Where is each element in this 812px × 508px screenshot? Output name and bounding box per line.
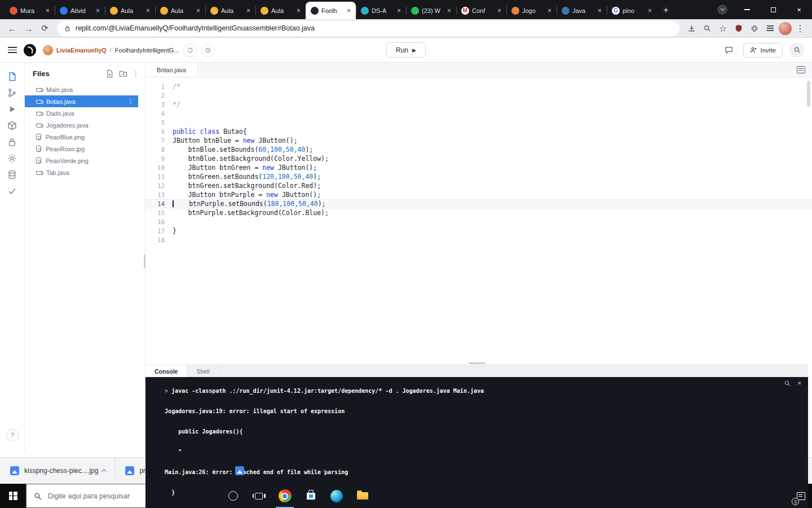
rail-run-icon[interactable] [7,104,17,114]
editor-scrollbar[interactable] [807,81,810,107]
tab-close-icon[interactable]: × [545,6,554,15]
file-menu-icon[interactable]: ⋮ [127,98,134,105]
code-editor[interactable]: 1 /* 2 3 */ 4 5 6 public class Butao{ 7 … [145,77,812,365]
code-line[interactable]: 5 [145,118,812,127]
tab-close-icon[interactable]: × [244,6,253,15]
profile-avatar[interactable] [779,22,792,35]
tab-close-icon[interactable]: × [94,6,102,15]
browser-tab[interactable]: M Conf × [456,2,506,19]
replit-logo[interactable] [24,44,36,56]
rail-version-control-icon[interactable] [7,88,17,98]
new-tab-button[interactable]: + [658,2,674,18]
file-item[interactable]: PeaoBlue.png ⋮ [25,131,145,143]
code-line[interactable]: 3 */ [145,100,812,109]
forward-button[interactable]: → [21,21,36,36]
code-line[interactable]: 11 btnGreen.setBounds(120,100,50,40); [145,172,812,181]
search-icon[interactable] [789,43,804,58]
code-line[interactable]: 18 [145,235,812,244]
browser-tab[interactable]: Mura × [5,2,55,19]
history-icon[interactable] [183,43,197,57]
code-line[interactable]: 15 btnPurple.setBackground(Color.Blue); [145,208,812,217]
tab-console[interactable]: Console [145,365,187,377]
code-line[interactable]: 1 /* [145,82,812,91]
back-button[interactable]: ← [5,21,20,36]
file-item[interactable]: Dado.java ⋮ [25,107,145,119]
add-folder-icon[interactable] [119,69,127,78]
action-center-button[interactable]: 3 [789,484,812,508]
zoom-icon[interactable] [700,21,714,36]
file-item[interactable]: Botao.java ⋮ [25,95,138,107]
breadcrumb-repl-name[interactable]: FoolhardyIntelligentG... [115,47,179,54]
extensions-puzzle-icon[interactable] [747,21,762,36]
refresh-button[interactable]: ⟳ [37,21,52,36]
rail-files-icon[interactable] [7,72,17,81]
file-explorer-taskbar-icon[interactable] [350,484,376,508]
tab-shell[interactable]: Shell [187,365,219,377]
browser-tab[interactable]: Java × [557,2,607,19]
code-line[interactable]: 16 [145,217,812,226]
run-button[interactable]: Run ▶ [386,42,426,58]
file-item[interactable]: Tab.java ⋮ [25,167,145,178]
tab-close-icon[interactable]: × [495,6,504,15]
code-line[interactable]: 17 } [145,226,812,235]
browser-tab[interactable]: Jogo × [506,2,557,19]
breadcrumb-username[interactable]: LiviaEmanuellyQ [56,47,107,54]
user-avatar[interactable] [43,45,53,55]
tab-close-icon[interactable]: × [43,6,52,15]
rail-secrets-lock-icon[interactable] [7,137,17,147]
window-minimize-button[interactable] [734,0,760,19]
window-close-button[interactable]: × [786,0,812,19]
file-item[interactable]: PeaoRoxo.jpg ⋮ [25,143,145,155]
reading-list-icon[interactable] [763,21,778,36]
download-item[interactable]: kisspng-chess-piec....jpg [0,458,115,484]
file-item[interactable]: Jogadores.java ⋮ [25,119,145,131]
file-item[interactable]: PeaoVerde.png ⋮ [25,155,145,167]
code-line[interactable]: 6 public class Butao{ [145,127,812,136]
store-taskbar-icon[interactable] [298,484,324,508]
tab-close-icon[interactable]: × [194,6,202,15]
rail-database-icon[interactable] [7,170,17,179]
tab-close-icon[interactable]: × [646,6,654,15]
rail-settings-gear-icon[interactable] [7,154,17,163]
adblock-shield-icon[interactable] [731,21,746,36]
invite-button[interactable]: Invite [743,43,783,58]
comments-icon[interactable] [722,43,736,58]
file-item[interactable]: Main.java ⋮ [25,84,145,95]
tab-close-icon[interactable]: × [445,6,453,15]
cortana-button[interactable] [220,484,246,508]
rail-packages-icon[interactable] [7,121,17,130]
save-page-icon[interactable] [684,21,699,36]
code-line[interactable]: 7 JButton btnBlue = new JButton(); [145,136,812,145]
browser-menu-icon[interactable]: ⋮ [793,21,807,36]
bookmark-star-icon[interactable]: ☆ [716,21,730,36]
tab-close-icon[interactable]: × [595,6,604,15]
address-bar[interactable]: replit.com/@LiviaEmanuellyQ/FoolhardyInt… [57,21,679,36]
files-menu-icon[interactable]: ⋮ [133,70,139,78]
code-line[interactable]: 8 btnBlue.setBounds(60,100,50,40); [145,145,812,154]
browser-tab[interactable]: Foolh × [306,2,356,19]
code-line[interactable]: 2 [145,91,812,100]
tab-search-button[interactable] [717,5,727,15]
console-search-icon[interactable] [784,380,791,387]
browser-tab[interactable]: G pino × [607,2,657,19]
hamburger-menu-icon[interactable] [8,47,17,53]
download-menu-chevron-icon[interactable] [102,469,107,474]
tab-close-icon[interactable]: × [345,6,353,15]
code-line[interactable]: 4 [145,109,812,118]
chrome-taskbar-icon[interactable] [272,484,298,508]
start-button[interactable] [0,484,26,508]
code-line[interactable]: 10 JButton btnGreen = new JButton(); [145,163,812,172]
console-resize-handle[interactable] [469,362,486,364]
code-line[interactable]: 9 btnBlue.setBackground(Color.Yellow); [145,154,812,163]
help-button[interactable]: ? [6,429,19,441]
code-line[interactable]: 13 JButton btnPurple = new JButton(); [145,190,812,199]
tab-close-icon[interactable]: × [395,6,403,15]
tab-close-icon[interactable]: × [144,6,152,15]
task-view-button[interactable] [246,484,272,508]
browser-tab[interactable]: Aula × [155,2,205,19]
code-line[interactable]: 14 btnPurple.setBounds(180,100,50,40); [145,199,812,208]
panel-resize-handle[interactable] [144,255,145,268]
add-file-icon[interactable] [105,69,114,78]
code-line[interactable]: 12 btnGreen.setBackground(Color.Red); [145,181,812,190]
edge-taskbar-icon[interactable] [324,484,350,508]
